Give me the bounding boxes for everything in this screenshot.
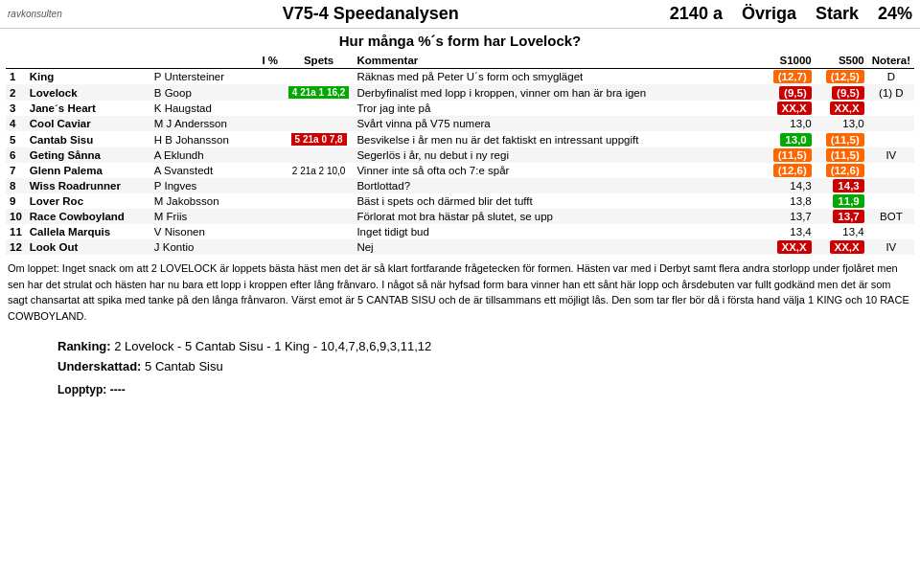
cell-num: 1	[6, 69, 26, 85]
cell-spets	[285, 101, 354, 116]
lopptyp-label: Lopptyp:	[58, 383, 106, 396]
cell-driver: B Goop	[150, 84, 256, 101]
cell-comment: Besvikelse i år men nu är det faktiskt e…	[353, 131, 762, 147]
table-row: 2 Lovelock B Goop 4 21a 1 16,2 Derbyfina…	[6, 84, 914, 101]
cell-ipct	[256, 147, 285, 163]
col-header-s1000: S1000	[763, 53, 816, 69]
table-row: 10 Race Cowboyland M Friis Förlorat mot …	[6, 209, 914, 224]
header: ravkonsulten V75-4 Speedanalysen 2140 a …	[0, 0, 920, 53]
cell-horse: King	[26, 69, 150, 85]
table-row: 9 Lover Roc M Jakobsson Bäst i spets och…	[6, 193, 914, 209]
cell-driver: M Jakobsson	[150, 193, 256, 209]
cell-driver: J Kontio	[150, 239, 256, 255]
col-header-ipct: I %	[256, 53, 285, 69]
cell-comment: Vinner inte så ofta och 7:e spår	[353, 163, 762, 178]
underskattad-label: Underskattad:	[58, 359, 141, 373]
lopptyp-row: Lopptyp: ----	[58, 383, 862, 396]
cell-driver: M J Andersson	[150, 116, 256, 131]
cell-driver: K Haugstad	[150, 101, 256, 116]
cell-s1000: (12,7)	[763, 69, 816, 85]
cell-ipct	[256, 239, 285, 255]
cell-horse: Glenn Palema	[26, 163, 150, 178]
cell-comment: Inget tidigt bud	[353, 224, 762, 239]
underskattad-value: 5 Cantab Sisu	[145, 359, 223, 373]
strength: Stark	[816, 4, 859, 24]
cell-driver: V Nisonen	[150, 224, 256, 239]
cell-comment: Svårt vinna på V75 numera	[353, 116, 762, 131]
table-row: 6 Geting Sånna A Eklundh Segerlös i år, …	[6, 147, 914, 163]
header-right: 2140 a Övriga Stark 24%	[670, 4, 912, 24]
cell-comment: Bortlottad?	[353, 178, 762, 193]
cell-spets	[285, 147, 354, 163]
cell-horse: Race Cowboyland	[26, 209, 150, 224]
cell-ipct	[256, 84, 285, 101]
table-row: 3 Jane´s Heart K Haugstad Tror jag inte …	[6, 101, 914, 116]
cell-spets	[285, 224, 354, 239]
cell-num: 11	[6, 224, 26, 239]
cell-num: 5	[6, 131, 26, 147]
pct: 24%	[878, 4, 912, 24]
col-header-s500: S500	[816, 53, 868, 69]
cell-s500: (9,5)	[816, 84, 868, 101]
cell-horse: Look Out	[26, 239, 150, 255]
cell-s1000: 13,0	[763, 116, 816, 131]
cell-driver: H B Johansson	[150, 131, 256, 147]
cell-ipct	[256, 224, 285, 239]
cell-comment: Derbyfinalist med lopp i kroppen, vinner…	[353, 84, 762, 101]
cell-notera	[868, 224, 914, 239]
cell-comment: Bäst i spets och därmed blir det tufft	[353, 193, 762, 209]
cell-notera	[868, 163, 914, 178]
cell-comment: Räknas med på Peter U´s form och smygläg…	[353, 69, 762, 85]
cell-s1000: (9,5)	[763, 84, 816, 101]
cell-ipct	[256, 193, 285, 209]
cell-comment: Segerlös i år, nu debut i ny regi	[353, 147, 762, 163]
race-table: I % Spets Kommentar S1000 S500 Notera! 1…	[6, 53, 914, 255]
table-row: 1 King P Untersteiner Räknas med på Pete…	[6, 69, 914, 85]
cell-driver: A Eklundh	[150, 147, 256, 163]
cell-comment: Tror jag inte på	[353, 101, 762, 116]
table-row: 5 Cantab Sisu H B Johansson 5 21a 0 7,8 …	[6, 131, 914, 147]
cell-num: 10	[6, 209, 26, 224]
cell-s1000: XX,X	[763, 101, 816, 116]
cell-spets: 2 21a 2 10,0	[285, 163, 354, 178]
cell-spets	[285, 116, 354, 131]
ranking-row: Ranking: 2 Lovelock - 5 Cantab Sisu - 1 …	[58, 339, 862, 353]
cell-s1000: XX,X	[763, 239, 816, 255]
cell-spets	[285, 178, 354, 193]
cell-spets	[285, 69, 354, 85]
cell-num: 6	[6, 147, 26, 163]
cell-driver: M Friis	[150, 209, 256, 224]
cell-horse: Lovelock	[26, 84, 150, 101]
ranking-label: Ranking:	[58, 339, 111, 353]
lopptyp-value: ----	[110, 383, 126, 396]
cell-s1000: 13,0	[763, 131, 816, 147]
cell-s500: 11,9	[816, 193, 868, 209]
cell-s500: (12,5)	[816, 69, 868, 85]
cell-ipct	[256, 69, 285, 85]
cell-notera	[868, 193, 914, 209]
cell-spets: 5 21a 0 7,8	[285, 131, 354, 147]
cell-s1000: 13,7	[763, 209, 816, 224]
cell-horse: Cantab Sisu	[26, 131, 150, 147]
cell-s500: 13,7	[816, 209, 868, 224]
race-num: 2140 a	[670, 4, 723, 24]
cell-ipct	[256, 131, 285, 147]
table-row: 4 Cool Caviar M J Andersson Svårt vinna …	[6, 116, 914, 131]
cell-notera: (1) D	[868, 84, 914, 101]
cell-spets: 4 21a 1 16,2	[285, 84, 354, 101]
cell-horse: Wiss Roadrunner	[26, 178, 150, 193]
cell-horse: Cool Caviar	[26, 116, 150, 131]
cell-s500: (11,5)	[816, 147, 868, 163]
cell-spets	[285, 209, 354, 224]
cell-num: 8	[6, 178, 26, 193]
cell-num: 9	[6, 193, 26, 209]
underskattad-row: Underskattad: 5 Cantab Sisu	[58, 359, 862, 373]
cell-ipct	[256, 178, 285, 193]
col-header-spets: Spets	[285, 53, 354, 69]
table-row: 11 Callela Marquis V Nisonen Inget tidig…	[6, 224, 914, 239]
cell-s500: XX,X	[816, 101, 868, 116]
cell-spets	[285, 239, 354, 255]
cell-ipct	[256, 163, 285, 178]
cell-horse: Lover Roc	[26, 193, 150, 209]
table-row: 12 Look Out J Kontio Nej XX,X XX,X IV	[6, 239, 914, 255]
